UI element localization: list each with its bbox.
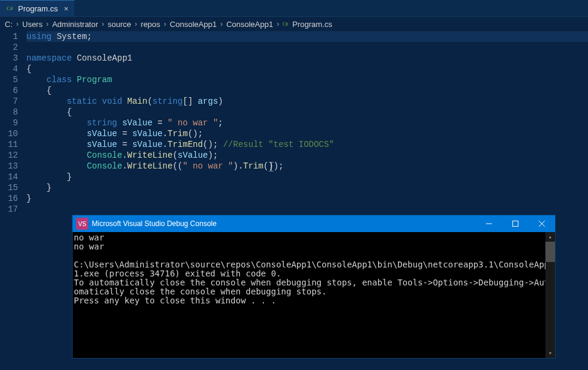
breadcrumb-item[interactable]: Program.cs — [292, 20, 332, 29]
code-line[interactable]: { — [26, 64, 588, 74]
minimize-button[interactable] — [476, 215, 502, 232]
breadcrumb-item[interactable]: Users — [22, 20, 43, 29]
breadcrumb-item[interactable]: ConsoleApp1 — [226, 20, 273, 29]
svg-text:C#: C# — [283, 22, 288, 27]
code-line[interactable]: } — [26, 172, 588, 182]
debug-console-window: VS Microsoft Visual Studio Debug Console… — [72, 215, 556, 359]
line-number: 16 — [0, 193, 18, 204]
code-editor[interactable]: 1234567891011121314151617 using System; … — [0, 31, 588, 211]
code-line[interactable]: static void Main(string[] args) — [26, 96, 588, 107]
line-number: 5 — [0, 74, 18, 85]
svg-rect-2 — [513, 221, 518, 227]
line-number: 13 — [0, 161, 18, 172]
line-number: 14 — [0, 172, 18, 182]
scroll-thumb[interactable] — [545, 242, 555, 262]
chevron-right-icon: › — [218, 20, 225, 28]
code-line[interactable]: sValue = sValue.Trim(); — [26, 128, 588, 139]
maximize-button[interactable] — [502, 215, 529, 232]
line-number: 6 — [0, 85, 18, 96]
line-number: 11 — [0, 139, 18, 150]
line-number: 2 — [0, 42, 18, 53]
code-line[interactable]: { — [26, 107, 588, 118]
code-line[interactable]: class Program — [26, 74, 588, 85]
console-titlebar[interactable]: VS Microsoft Visual Studio Debug Console — [73, 215, 555, 232]
svg-text:C#: C# — [7, 5, 13, 11]
code-area[interactable]: using System; namespace ConsoleApp1{ cla… — [26, 31, 588, 211]
line-number: 8 — [0, 107, 18, 118]
tab-bar: C# Program.cs × — [0, 0, 588, 17]
code-line[interactable]: sValue = sValue.TrimEnd(); //Result "tes… — [26, 139, 588, 150]
chevron-right-icon: › — [14, 20, 21, 28]
breadcrumb-item[interactable]: repos — [141, 20, 161, 29]
line-number: 4 — [0, 64, 18, 74]
text-cursor-icon — [269, 162, 274, 172]
scroll-up-arrow-icon[interactable]: ▴ — [545, 232, 555, 242]
code-line[interactable]: } — [26, 193, 588, 204]
console-title: Microsoft Visual Studio Debug Console — [92, 219, 217, 228]
code-line[interactable]: namespace ConsoleApp1 — [26, 53, 588, 64]
breadcrumb-item[interactable]: C: — [5, 20, 13, 29]
console-output-text: no war no war C:\Users\Administrator\sou… — [74, 233, 554, 305]
line-number: 3 — [0, 53, 18, 64]
console-output-area[interactable]: no war no war C:\Users\Administrator\sou… — [73, 232, 555, 358]
line-number: 17 — [0, 204, 18, 215]
chevron-right-icon: › — [161, 20, 169, 28]
tab-label: Program.cs — [18, 4, 58, 13]
code-line[interactable]: string sValue = " no war "; — [26, 118, 588, 128]
line-number-gutter: 1234567891011121314151617 — [0, 31, 26, 211]
breadcrumb-item[interactable]: source — [108, 20, 131, 29]
breadcrumb: C:›Users›Administrator›source›repos›Cons… — [0, 17, 588, 31]
code-line[interactable]: } — [26, 182, 588, 193]
scroll-down-arrow-icon[interactable]: ▾ — [545, 348, 555, 358]
code-line[interactable]: using System; — [26, 31, 588, 42]
code-line[interactable]: { — [26, 85, 588, 96]
breadcrumb-item[interactable]: Administrator — [52, 20, 98, 29]
tab-program-cs[interactable]: C# Program.cs × — [0, 0, 74, 16]
vs-app-icon: VS — [76, 218, 88, 230]
line-number: 12 — [0, 150, 18, 161]
chevron-right-icon: › — [100, 20, 107, 28]
line-number: 9 — [0, 118, 18, 128]
code-line[interactable]: Console.WriteLine((" no war ").Trim()); — [26, 161, 588, 172]
close-tab-button[interactable]: × — [61, 4, 68, 13]
code-line[interactable] — [26, 204, 588, 215]
line-number: 15 — [0, 182, 18, 193]
csharp-file-icon: C# — [6, 4, 14, 13]
line-number: 1 — [0, 31, 18, 42]
breadcrumb-item[interactable]: ConsoleApp1 — [170, 20, 217, 29]
chevron-right-icon: › — [44, 20, 51, 28]
code-line[interactable] — [26, 42, 588, 53]
csharp-file-icon: C# — [283, 20, 291, 28]
close-window-button[interactable] — [529, 215, 555, 232]
chevron-right-icon: › — [133, 20, 140, 28]
line-number: 7 — [0, 96, 18, 107]
console-scrollbar[interactable]: ▴ ▾ — [545, 232, 555, 358]
code-line[interactable]: Console.WriteLine(sValue); — [26, 150, 588, 161]
chevron-right-icon: › — [274, 20, 281, 28]
line-number: 10 — [0, 128, 18, 139]
